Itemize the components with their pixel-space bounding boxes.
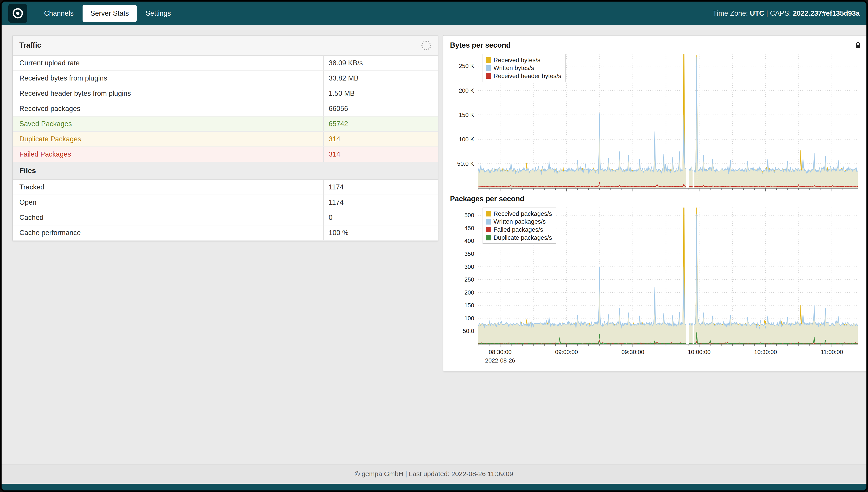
- svg-text:150: 150: [464, 302, 474, 309]
- row-label: Tracked: [13, 180, 324, 195]
- table-row: Failed Packages314: [13, 147, 438, 162]
- footer-text: © gempa GmbH | Last updated: 2022-08-26 …: [355, 470, 513, 477]
- table-row: Received packages66056: [13, 101, 438, 117]
- packages-chart-legend: Received packages/sWritten packages/sFai…: [483, 207, 556, 244]
- row-value: 38.09 KB/s: [324, 56, 438, 70]
- svg-text:100 K: 100 K: [459, 136, 474, 143]
- row-value: 1174: [324, 180, 438, 195]
- legend-item: Received bytes/s: [486, 56, 561, 64]
- legend-swatch-icon: [486, 235, 491, 240]
- row-value: 66056: [324, 101, 438, 116]
- legend-swatch-icon: [486, 73, 491, 79]
- row-value: 1174: [324, 195, 438, 210]
- table-row: Cache performance100 %: [13, 225, 438, 241]
- svg-text:250 K: 250 K: [459, 63, 474, 69]
- legend-label: Written packages/s: [493, 218, 546, 226]
- row-value: 65742: [324, 117, 438, 131]
- svg-text:08:30:00: 08:30:00: [488, 349, 511, 355]
- svg-text:11:00:00: 11:00:00: [821, 349, 843, 355]
- row-value: 314: [324, 132, 438, 146]
- lock-icon[interactable]: [854, 41, 862, 49]
- legend-swatch-icon: [486, 227, 491, 232]
- traffic-title: Traffic: [20, 41, 41, 49]
- main-nav: ChannelsServer StatsSettings: [36, 2, 179, 25]
- row-value: 33.82 MB: [324, 71, 438, 85]
- svg-text:10:30:00: 10:30:00: [754, 349, 777, 355]
- legend-item: Failed packages/s: [486, 226, 552, 234]
- bytes-chart-title: Bytes per second: [450, 41, 511, 49]
- packages-chart-wrap: 50.010015020025030035040045050008:30:000…: [450, 204, 862, 367]
- legend-swatch-icon: [486, 211, 491, 217]
- legend-label: Failed packages/s: [493, 226, 543, 234]
- loading-spinner-icon: [421, 41, 431, 50]
- svg-text:400: 400: [464, 238, 474, 244]
- header-status: Time Zone: UTC | CAPS: 2022.237#ef135d93…: [713, 9, 860, 18]
- legend-swatch-icon: [486, 65, 491, 71]
- bytes-chart-legend: Received bytes/sWritten bytes/sReceived …: [483, 54, 566, 82]
- svg-text:200 K: 200 K: [459, 87, 474, 94]
- svg-text:09:30:00: 09:30:00: [621, 349, 644, 355]
- table-row: Duplicate Packages314: [13, 132, 438, 147]
- svg-text:350: 350: [464, 250, 474, 257]
- svg-text:300: 300: [464, 264, 474, 270]
- packages-chart-title: Packages per second: [450, 195, 524, 203]
- table-row: Tracked1174: [13, 180, 438, 195]
- table-row: Open1174: [13, 195, 438, 210]
- row-value: 0: [324, 210, 438, 225]
- nav-item-channels[interactable]: Channels: [36, 5, 81, 22]
- footer-accent-strip: [2, 484, 866, 490]
- app-window: ChannelsServer StatsSettings Time Zone: …: [0, 0, 868, 492]
- legend-item: Received packages/s: [486, 210, 552, 218]
- row-label: Duplicate Packages: [13, 132, 324, 146]
- svg-text:100: 100: [464, 315, 474, 322]
- svg-text:2022-08-26: 2022-08-26: [485, 357, 515, 364]
- timezone-value: UTC: [750, 9, 764, 17]
- legend-label: Received packages/s: [493, 210, 552, 218]
- legend-label: Duplicate packages/s: [493, 234, 552, 242]
- row-label: Failed Packages: [13, 147, 324, 162]
- bytes-chart-header: Bytes per second: [443, 35, 868, 51]
- caps-label: CAPS:: [770, 9, 791, 17]
- nav-item-server-stats[interactable]: Server Stats: [82, 5, 137, 22]
- svg-text:50.0 K: 50.0 K: [457, 161, 474, 167]
- nav-item-settings[interactable]: Settings: [138, 5, 179, 22]
- traffic-table: Current upload rate38.09 KB/sReceived by…: [13, 56, 438, 162]
- row-label: Received bytes from plugins: [13, 71, 324, 85]
- svg-text:50.0: 50.0: [463, 328, 474, 334]
- timezone-label: Time Zone:: [713, 9, 748, 17]
- footer: © gempa GmbH | Last updated: 2022-08-26 …: [2, 464, 866, 484]
- table-row: Saved Packages65742: [13, 117, 438, 132]
- legend-label: Received header bytes/s: [493, 72, 561, 80]
- legend-swatch-icon: [486, 219, 491, 224]
- row-label: Received packages: [13, 101, 324, 116]
- table-row: Cached0: [13, 210, 438, 225]
- traffic-header: Traffic: [13, 35, 438, 56]
- bytes-chart-wrap: 50.0 K100 K150 K200 K250 K Received byte…: [450, 51, 862, 192]
- row-label: Saved Packages: [13, 117, 324, 131]
- charts-panel: Bytes per second 50.0 K100 K150 K200 K25…: [443, 35, 868, 371]
- svg-text:200: 200: [464, 289, 474, 296]
- row-value: 1.50 MB: [324, 86, 438, 101]
- svg-text:500: 500: [464, 212, 474, 219]
- svg-text:09:00:00: 09:00:00: [555, 349, 578, 355]
- row-value: 314: [324, 147, 438, 162]
- table-row: Received bytes from plugins33.82 MB: [13, 71, 438, 86]
- caps-logo-icon: [11, 7, 24, 20]
- app-logo[interactable]: [8, 4, 27, 23]
- files-table: Tracked1174Open1174Cached0Cache performa…: [13, 180, 438, 241]
- packages-chart-header: Packages per second: [443, 192, 868, 204]
- row-value: 100 %: [324, 225, 438, 240]
- legend-swatch-icon: [486, 57, 491, 63]
- caps-version: 2022.237#ef135d93a: [793, 9, 860, 17]
- legend-item: Duplicate packages/s: [486, 234, 552, 242]
- legend-label: Written bytes/s: [493, 64, 534, 72]
- stats-panel: Traffic Current upload rate38.09 KB/sRec…: [12, 35, 438, 241]
- header: ChannelsServer StatsSettings Time Zone: …: [2, 2, 866, 25]
- legend-item: Written packages/s: [486, 218, 552, 226]
- row-label: Open: [13, 195, 324, 210]
- legend-label: Received bytes/s: [493, 56, 540, 64]
- row-label: Received header bytes from plugins: [13, 86, 324, 101]
- table-row: Current upload rate38.09 KB/s: [13, 56, 438, 71]
- files-title: Files: [13, 162, 438, 180]
- svg-text:450: 450: [464, 225, 474, 231]
